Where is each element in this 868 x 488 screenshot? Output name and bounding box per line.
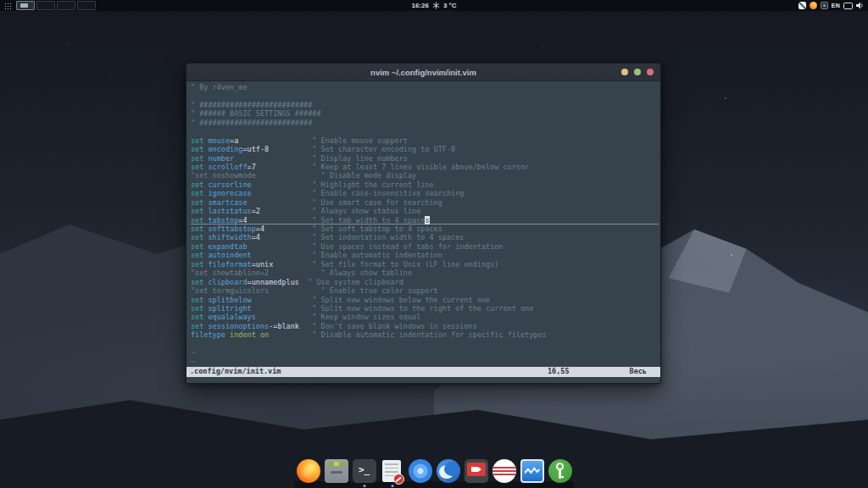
- chromium-icon[interactable]: [409, 459, 432, 483]
- vim-statusline: .config/nvim/init.vim16,55Весь: [186, 367, 660, 377]
- editor-line: "set noshowmode " Disable mode display: [191, 171, 660, 180]
- keepassxc-icon-art: [548, 459, 572, 483]
- editor-line: ~: [191, 358, 660, 366]
- editor-line: " ###### BASIC SETTINGS ######: [191, 109, 660, 118]
- editor-line: set fileformat=unix " Set file format to…: [191, 260, 660, 269]
- weather-snowflake-icon: [432, 2, 440, 9]
- editor-line: " ##########################: [191, 101, 660, 109]
- dock-items: [297, 454, 572, 488]
- firefox-icon-art: [297, 459, 320, 483]
- editor-line: [191, 340, 660, 348]
- editor-line: set mouse=a " Enable mouse support: [191, 136, 660, 145]
- editor-line: set ignorecase " Enable case-insensitive…: [191, 189, 660, 197]
- editor-line: set autoindent " Enable automatic indent…: [191, 251, 660, 259]
- top-panel: 16:26 3 °C EN: [0, 0, 868, 11]
- editor-line: "set showtabline=2 " Always show tabline: [191, 269, 660, 277]
- editor-line: set cursorline " Highlight the current l…: [191, 180, 660, 189]
- keepassxc-icon[interactable]: [548, 459, 572, 483]
- editor-line: set expandtab " Use spaces instead of ta…: [191, 242, 660, 251]
- file-cabinet-icon[interactable]: [325, 459, 348, 483]
- document-icon-art: [382, 460, 401, 482]
- statusline-filename: .config/nvim/init.vim: [190, 367, 281, 375]
- notes-icon[interactable]: [798, 2, 806, 9]
- editor-line: set shiftwidth=4 " Set indentation width…: [191, 233, 660, 241]
- system-tray: EN: [798, 0, 865, 11]
- terminal-icon[interactable]: [353, 459, 376, 483]
- maximize-button[interactable]: [634, 69, 641, 75]
- chromium-icon-art: [409, 459, 432, 483]
- editor-area[interactable]: " By r4ven_me" #########################…: [186, 81, 660, 384]
- editor-line: set softtabstop=4 " Set soft tabstop to …: [191, 225, 660, 233]
- minimize-button[interactable]: [621, 69, 628, 75]
- firefox-icon[interactable]: [297, 459, 320, 483]
- window-title: nvim ~/.config/nvim/init.vim: [370, 68, 476, 77]
- statusline-scroll-indicator: Весь: [630, 367, 647, 375]
- close-button[interactable]: [647, 69, 654, 75]
- editor-line: set smartcase " Use smart case for searc…: [191, 198, 660, 207]
- window-titlebar[interactable]: nvim ~/.config/nvim/init.vim: [186, 64, 660, 81]
- editor-line: " ##########################: [191, 119, 660, 127]
- terminal-icon-art: [353, 459, 376, 483]
- editor-line: "set termguicolors " Enable true color s…: [191, 286, 660, 295]
- editor-line: filetype indent on " Disable automatic i…: [191, 330, 660, 339]
- thunderbird-icon[interactable]: [437, 459, 460, 483]
- monitor-blue-icon[interactable]: [520, 459, 544, 483]
- editor-line: set clipboard=unnamedplus " Use system c…: [191, 278, 660, 286]
- editor-line: set encoding=utf-8 " Set character encod…: [191, 145, 660, 153]
- clock[interactable]: 16:26: [411, 2, 428, 9]
- volume-icon[interactable]: [856, 2, 865, 9]
- temperature[interactable]: 3 °C: [443, 2, 457, 9]
- firefox-tray-icon[interactable]: [810, 2, 817, 9]
- dock: [0, 454, 868, 488]
- desktop: 16:26 3 °C EN nvim ~/.config/nvim/init.v…: [0, 0, 868, 488]
- document-icon[interactable]: [381, 459, 404, 483]
- editor-line: [191, 92, 660, 100]
- monitor-blue-icon-art: [520, 459, 544, 483]
- ball-icon-art: [492, 459, 516, 483]
- vim-cursor: s: [425, 216, 429, 225]
- thunderbird-icon-art: [437, 459, 460, 483]
- terminal-window: nvim ~/.config/nvim/init.vim " By r4ven_…: [186, 63, 661, 384]
- editor-line: set splitright " Split new windows to th…: [191, 304, 660, 313]
- editor-line: set sessionoptions-=blank " Don't save b…: [191, 322, 660, 330]
- editor-lines: " By r4ven_me" #########################…: [191, 83, 660, 366]
- editor-line: ~: [191, 348, 660, 357]
- editor-line: set equalalways " Keep window sizes equa…: [191, 313, 660, 321]
- ball-icon[interactable]: [492, 459, 516, 483]
- screenshot-icon[interactable]: [821, 2, 828, 9]
- recorder-icon[interactable]: [465, 459, 488, 483]
- editor-line: set laststatus=2 " Always show status li…: [191, 207, 660, 215]
- display-icon[interactable]: [843, 3, 853, 9]
- editor-line: " By r4ven_me: [191, 83, 660, 92]
- editor-cursor-line: set tabstop=4 " Set tab width to 4 space…: [191, 216, 659, 225]
- editor-line: [191, 127, 660, 136]
- recorder-icon-art: [465, 459, 488, 483]
- editor-line: set number " Display line numbers: [191, 154, 660, 163]
- statusline-cursor-position: 16,55: [548, 367, 570, 375]
- editor-line: set splitbelow " Split new windows below…: [191, 296, 660, 304]
- file-cabinet-icon-art: [325, 459, 348, 483]
- editor-line: set scrolloff=7 " Keep at least 7 lines …: [191, 163, 660, 171]
- keyboard-layout-indicator[interactable]: EN: [832, 3, 840, 8]
